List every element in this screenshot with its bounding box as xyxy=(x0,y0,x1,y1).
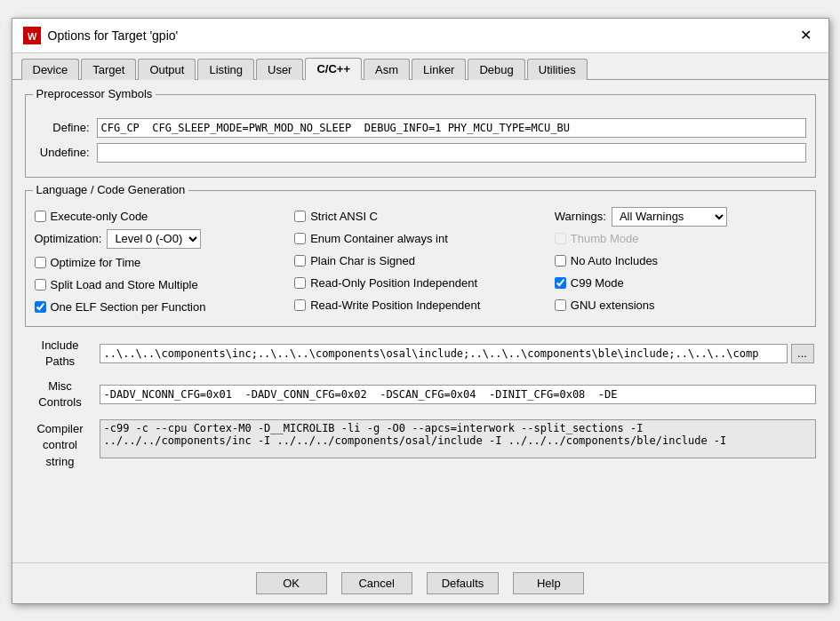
c99-mode-row: C99 Mode xyxy=(555,274,806,293)
strict-ansi-checkbox[interactable] xyxy=(294,211,306,222)
help-button[interactable]: Help xyxy=(513,572,584,594)
gnu-ext-row: GNU extensions xyxy=(555,296,806,315)
no-auto-includes-label[interactable]: No Auto Includes xyxy=(571,254,658,267)
optimization-select[interactable]: Level 0 (-O0) Level 1 (-O1) Level 2 (-O2… xyxy=(107,229,201,249)
tab-output[interactable]: Output xyxy=(138,59,196,80)
tab-utilities[interactable]: Utilities xyxy=(527,59,588,80)
thumb-mode-label[interactable]: Thumb Mode xyxy=(571,232,639,245)
split-load-row: Split Load and Store Multiple xyxy=(35,275,286,295)
thumb-mode-checkbox[interactable] xyxy=(555,233,566,244)
enum-container-row: Enum Container always int xyxy=(294,229,546,249)
no-auto-includes-row: No Auto Includes xyxy=(555,251,806,271)
plain-char-label[interactable]: Plain Char is Signed xyxy=(310,254,415,267)
opt-time-checkbox[interactable] xyxy=(35,257,46,268)
one-elf-label[interactable]: One ELF Section per Function xyxy=(51,300,206,314)
split-load-checkbox[interactable] xyxy=(35,279,46,291)
plain-char-checkbox[interactable] xyxy=(294,255,306,267)
code-gen-col3: Warnings: No Warnings All Warnings MISRA… xyxy=(555,207,806,317)
gnu-ext-checkbox[interactable] xyxy=(555,299,566,311)
compiler-control-label: Compiler control string xyxy=(25,419,96,470)
c99-mode-checkbox[interactable] xyxy=(555,277,566,289)
exec-only-row: Execute-only Code xyxy=(35,207,286,227)
misc-controls-label: Misc Controls xyxy=(25,378,96,410)
warnings-label: Warnings: xyxy=(555,210,606,223)
define-row: Define: xyxy=(35,111,806,138)
misc-controls-section: Misc Controls xyxy=(25,378,816,410)
tab-device[interactable]: Device xyxy=(21,59,80,80)
read-only-pos-label[interactable]: Read-Only Position Independent xyxy=(310,276,477,290)
read-only-pos-row: Read-Only Position Independent xyxy=(294,274,546,293)
code-gen-col2: Strict ANSI C Enum Container always int … xyxy=(294,207,546,317)
enum-container-label[interactable]: Enum Container always int xyxy=(310,232,448,245)
strict-ansi-label[interactable]: Strict ANSI C xyxy=(310,210,378,223)
ok-button[interactable]: OK xyxy=(256,572,327,594)
c99-mode-label[interactable]: C99 Mode xyxy=(571,276,624,290)
tab-cpp[interactable]: C/C++ xyxy=(305,58,362,80)
define-input[interactable] xyxy=(97,118,806,138)
read-only-pos-checkbox[interactable] xyxy=(294,277,306,289)
tab-target[interactable]: Target xyxy=(81,59,136,80)
tab-debug[interactable]: Debug xyxy=(468,59,524,80)
title-bar-left: W Options for Target 'gpio' xyxy=(23,27,179,44)
enum-container-checkbox[interactable] xyxy=(294,233,306,244)
code-gen-group: Language / Code Generation Execute-only … xyxy=(25,190,816,327)
plain-char-row: Plain Char is Signed xyxy=(294,251,546,271)
split-load-label[interactable]: Split Load and Store Multiple xyxy=(51,278,198,291)
gnu-ext-label[interactable]: GNU extensions xyxy=(571,299,655,312)
tabs-bar: Device Target Output Listing User C/C++ … xyxy=(12,53,828,80)
compiler-control-section: Compiler control string -c99 -c --cpu Co… xyxy=(25,419,816,470)
close-button[interactable]: ✕ xyxy=(794,26,818,45)
preprocessor-label: Preprocessor Symbols xyxy=(33,87,156,100)
undef-row: Undefine: xyxy=(35,143,806,163)
tab-asm[interactable]: Asm xyxy=(364,59,410,80)
tab-listing[interactable]: Listing xyxy=(197,59,254,80)
undef-label: Undefine: xyxy=(35,146,97,159)
warnings-select[interactable]: No Warnings All Warnings MISRA Warnings xyxy=(612,207,727,227)
undef-input[interactable] xyxy=(97,143,806,163)
bottom-bar: OK Cancel Defaults Help xyxy=(12,562,828,603)
title-bar: W Options for Target 'gpio' ✕ xyxy=(12,19,828,53)
code-gen-col1: Execute-only Code Optimization: Level 0 … xyxy=(35,207,286,317)
defaults-button[interactable]: Defaults xyxy=(427,572,500,594)
app-icon: W xyxy=(23,27,41,44)
misc-controls-input[interactable] xyxy=(100,385,816,404)
cancel-button[interactable]: Cancel xyxy=(341,572,412,594)
main-content: Preprocessor Symbols Define: Undefine: L… xyxy=(12,80,828,562)
dialog: W Options for Target 'gpio' ✕ Device Tar… xyxy=(12,18,829,604)
include-paths-browse-button[interactable]: ... xyxy=(791,344,814,363)
exec-only-checkbox[interactable] xyxy=(35,211,46,222)
code-gen-label: Language / Code Generation xyxy=(33,183,189,196)
read-write-pos-label[interactable]: Read-Write Position Independent xyxy=(310,299,480,312)
compiler-control-value: -c99 -c --cpu Cortex-M0 -D__MICROLIB -li… xyxy=(100,419,816,458)
one-elf-row: One ELF Section per Function xyxy=(35,298,286,317)
dialog-title: Options for Target 'gpio' xyxy=(48,28,179,43)
include-paths-section: Include Paths ... xyxy=(25,338,816,370)
warnings-row: Warnings: No Warnings All Warnings MISRA… xyxy=(555,207,806,227)
strict-ansi-row: Strict ANSI C xyxy=(294,207,546,227)
no-auto-includes-checkbox[interactable] xyxy=(555,255,566,267)
opt-time-label[interactable]: Optimize for Time xyxy=(51,256,141,269)
optimization-row: Optimization: Level 0 (-O0) Level 1 (-O1… xyxy=(35,229,286,249)
opt-label: Optimization: xyxy=(35,232,102,245)
tab-linker[interactable]: Linker xyxy=(412,59,466,80)
preprocessor-group: Preprocessor Symbols Define: Undefine: xyxy=(25,94,816,178)
svg-text:W: W xyxy=(28,31,37,42)
exec-only-label[interactable]: Execute-only Code xyxy=(51,210,148,223)
thumb-mode-row: Thumb Mode xyxy=(555,229,806,249)
read-write-pos-checkbox[interactable] xyxy=(294,299,306,311)
include-paths-input[interactable] xyxy=(100,344,788,363)
include-paths-label: Include Paths xyxy=(25,338,96,370)
define-label: Define: xyxy=(35,121,97,134)
tab-user[interactable]: User xyxy=(256,59,303,80)
opt-time-row: Optimize for Time xyxy=(35,253,286,273)
read-write-pos-row: Read-Write Position Independent xyxy=(294,296,546,315)
one-elf-checkbox[interactable] xyxy=(35,301,46,313)
